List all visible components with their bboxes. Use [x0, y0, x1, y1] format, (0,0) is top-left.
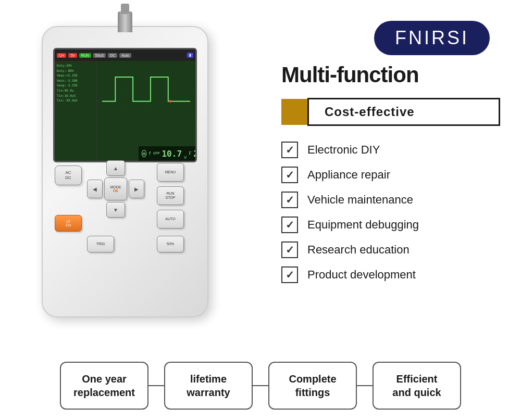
badge-lifetime-line2: warranty: [178, 386, 239, 399]
screen-badge-auto: Auto: [119, 53, 131, 58]
footer-vpp-value: 10.7: [162, 149, 182, 159]
trig-button[interactable]: TRIG: [87, 236, 114, 252]
feature-label-electronic-diy: Electronic DIY: [307, 143, 380, 157]
feature-item-product-development: Product development: [281, 266, 500, 283]
checkmark-vehicle-maintenance: [281, 192, 298, 208]
bottom-section: One year replacement lifetime warranty C…: [10, 362, 511, 410]
footer-plus: ⊕: [142, 150, 146, 157]
screen-content: Duty:20% Duty:-80% Vmax:+5.250 Vmin:-5.5…: [55, 61, 195, 161]
auto-button[interactable]: AUTO: [157, 210, 184, 228]
footer-vpp: VPP: [153, 151, 160, 156]
screen-footer: ⊕ f VPP 10.7 v F 20.0 KHz: [139, 146, 195, 161]
dpad-up[interactable]: ▲: [106, 160, 125, 176]
connector-3: [357, 385, 373, 386]
tx-button[interactable]: 1X10x: [55, 215, 82, 232]
badge-efficient-line1: Efficient: [386, 372, 448, 386]
screen-badge-50us: 50uS: [93, 53, 106, 58]
checkmark-research-education: [281, 241, 298, 258]
screen-badge-ch: CH: [57, 53, 66, 58]
footer-f2: F: [189, 151, 191, 156]
screen-badge-run: RUN: [79, 53, 91, 58]
feature-item-equipment-debugging: Equipment debugging: [281, 217, 500, 233]
badge-one-year-line1: One year: [73, 372, 135, 386]
fifty-pct-button[interactable]: 50%: [157, 236, 184, 252]
buttons-area: AC DC ▲ ◀ MODE OK ▶ ▼ MENU RUN S: [51, 160, 200, 301]
dpad-center-mode[interactable]: MODE OK: [104, 177, 127, 200]
device-body: CH 5V RUN 50uS DC Auto ▮ Duty:20% Duty:-…: [42, 26, 208, 317]
main-title: Multi-function: [281, 62, 500, 87]
screen-badge-bar: ▮: [187, 53, 193, 58]
cost-effective-box: Cost-effective: [307, 98, 500, 126]
feature-item-electronic-diy: Electronic DIY: [281, 142, 500, 158]
badge-complete-line2: fittings: [282, 386, 343, 399]
logo-container: FNIRSI: [374, 21, 490, 55]
feature-label-research-education: Research education: [307, 243, 410, 257]
feature-label-vehicle-maintenance: Vehicle maintenance: [307, 193, 413, 207]
run-stop-button[interactable]: RUN STOP: [157, 186, 184, 205]
dpad-right[interactable]: ▶: [129, 180, 144, 198]
dpad-left[interactable]: ◀: [87, 180, 103, 198]
feature-item-vehicle-maintenance: Vehicle maintenance: [281, 192, 500, 208]
footer-vpp-unit: v: [184, 155, 187, 160]
feature-item-appliance-repair: Appliance repair: [281, 167, 500, 183]
screen-badge-5v: 5V: [68, 53, 77, 58]
feature-label-equipment-debugging: Equipment debugging: [307, 218, 419, 232]
screen-header: CH 5V RUN 50uS DC Auto ▮: [55, 49, 195, 61]
right-content: Multi-function Cost-effective Electronic…: [281, 62, 500, 291]
screen-badge-dc: DC: [108, 53, 117, 58]
badge-lifetime-line1: lifetime: [178, 372, 239, 386]
dpad: ▲ ◀ MODE OK ▶ ▼: [87, 160, 144, 218]
badge-lifetime: lifetime warranty: [164, 362, 253, 410]
checkmark-electronic-diy: [281, 142, 298, 158]
footer-f: f: [148, 151, 151, 156]
feature-item-research-education: Research education: [281, 241, 500, 258]
connector-1: [148, 385, 164, 386]
badge-efficient-line2: and quick: [386, 386, 448, 399]
checkmark-equipment-debugging: [281, 217, 298, 233]
acdc-button[interactable]: AC DC: [55, 166, 82, 185]
features-list: Electronic DIY Appliance repair Vehicle …: [281, 142, 500, 283]
badge-complete-line1: Complete: [282, 372, 343, 386]
badge-one-year: One year replacement: [60, 362, 148, 410]
footer-freq-value: 20.0: [193, 149, 197, 159]
feature-label-appliance-repair: Appliance repair: [307, 168, 390, 182]
connector-2: [253, 385, 268, 386]
checkmark-product-development: [281, 266, 298, 283]
svg-point-6: [169, 100, 171, 103]
gold-block: [281, 99, 307, 125]
bnc-tip: [121, 4, 129, 14]
screen-sidebar: Duty:20% Duty:-80% Vmax:+5.250 Vmin:-5.5…: [55, 61, 96, 161]
logo-text: FNIRSI: [395, 27, 469, 48]
waveform-svg: [102, 66, 190, 119]
device-screen: CH 5V RUN 50uS DC Auto ▮ Duty:20% Duty:-…: [53, 48, 197, 162]
dpad-down[interactable]: ▼: [106, 202, 125, 218]
badge-efficient: Efficient and quick: [373, 362, 461, 410]
cost-effective-container: Cost-effective: [281, 98, 500, 126]
device-area: CH 5V RUN 50uS DC Auto ▮ Duty:20% Duty:-…: [16, 16, 276, 338]
bnc-connector: [118, 11, 132, 32]
feature-label-product-development: Product development: [307, 268, 416, 282]
menu-button[interactable]: MENU: [157, 163, 184, 182]
badge-one-year-line2: replacement: [73, 386, 135, 399]
screen-main: ⊕ f VPP 10.7 v F 20.0 KHz: [96, 61, 195, 161]
checkmark-appliance-repair: [281, 167, 298, 183]
badge-complete: Complete fittings: [268, 362, 357, 410]
logo-pill: FNIRSI: [374, 21, 490, 55]
